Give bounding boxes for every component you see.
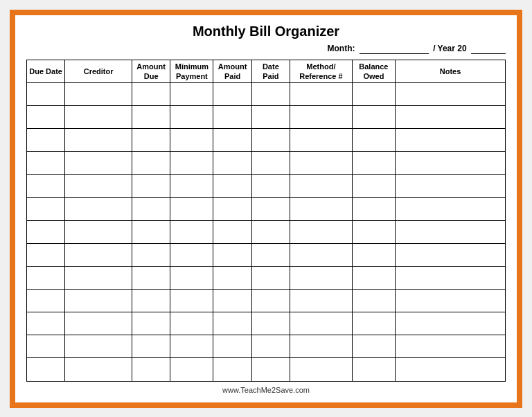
year-input-line [471,44,506,54]
table-header-row: Due Date Creditor AmountDue MinimumPayme… [27,60,506,83]
table-cell [290,83,352,106]
table-cell [65,152,132,175]
table-cell [251,175,290,197]
table-cell [251,243,290,266]
table-cell [27,289,65,312]
table-cell [132,220,170,243]
header-amount-due: AmountDue [132,60,170,83]
header-amount-paid: AmountPaid [213,60,251,83]
table-cell [170,312,213,335]
table-cell [27,106,65,129]
table-cell [132,129,170,152]
table-cell [352,197,395,220]
table-cell [251,335,290,358]
table-cell [213,83,251,106]
table-cell [290,243,352,266]
table-cell [27,197,65,220]
table-cell [65,266,132,289]
table-cell [396,220,506,243]
table-cell [213,197,251,220]
table-cell [170,335,213,358]
table-row [27,106,506,129]
table-row [27,312,506,335]
table-cell [65,335,132,358]
table-cell [27,152,65,175]
outer-border: Monthly Bill Organizer Month: / Year 20 … [10,10,522,408]
table-cell [396,83,506,106]
table-cell [352,106,395,129]
header-min-payment: MinimumPayment [170,60,213,83]
table-cell [65,220,132,243]
table-cell [290,220,352,243]
table-cell [352,266,395,289]
table-cell [251,358,290,381]
table-cell [251,152,290,175]
table-row [27,289,506,312]
table-cell [213,312,251,335]
table-cell [396,312,506,335]
table-row [27,358,506,381]
table-row [27,175,506,197]
table-cell [352,358,395,381]
table-cell [27,335,65,358]
table-cell [290,289,352,312]
month-row: Month: / Year 20 [26,44,506,54]
header-balance-owed: BalanceOwed [352,60,395,83]
table-cell [65,83,132,106]
table-cell [65,129,132,152]
table-cell [290,152,352,175]
table-cell [290,335,352,358]
bill-table: Due Date Creditor AmountDue MinimumPayme… [26,60,506,382]
table-cell [170,129,213,152]
table-cell [170,358,213,381]
header-method: Method/Reference # [290,60,352,83]
table-cell [251,220,290,243]
table-cell [132,197,170,220]
table-cell [132,243,170,266]
table-cell [132,175,170,197]
table-cell [290,358,352,381]
table-cell [27,266,65,289]
table-cell [132,312,170,335]
table-cell [65,358,132,381]
table-row [27,152,506,175]
table-cell [170,83,213,106]
table-cell [213,129,251,152]
table-cell [396,106,506,129]
table-cell [213,175,251,197]
table-cell [170,175,213,197]
year-label: / Year 20 [433,44,467,53]
table-cell [132,83,170,106]
table-cell [213,358,251,381]
table-cell [170,152,213,175]
table-cell [396,175,506,197]
table-row [27,243,506,266]
header-due-date: Due Date [27,60,65,83]
table-cell [213,152,251,175]
table-cell [170,243,213,266]
table-cell [251,289,290,312]
table-cell [132,152,170,175]
table-cell [27,129,65,152]
table-row [27,335,506,358]
header-creditor: Creditor [65,60,132,83]
table-cell [132,106,170,129]
table-cell [27,358,65,381]
table-cell [65,243,132,266]
table-cell [352,152,395,175]
table-cell [65,175,132,197]
table-cell [213,289,251,312]
table-cell [65,106,132,129]
table-cell [352,129,395,152]
table-cell [290,106,352,129]
table-cell [396,289,506,312]
table-cell [352,335,395,358]
table-cell [396,358,506,381]
table-cell [65,312,132,335]
table-row [27,197,506,220]
table-cell [352,83,395,106]
inner-container: Monthly Bill Organizer Month: / Year 20 … [15,15,517,402]
header-date-paid: DatePaid [251,60,290,83]
footer-url: www.TeachMe2Save.com [26,386,506,394]
table-cell [352,243,395,266]
